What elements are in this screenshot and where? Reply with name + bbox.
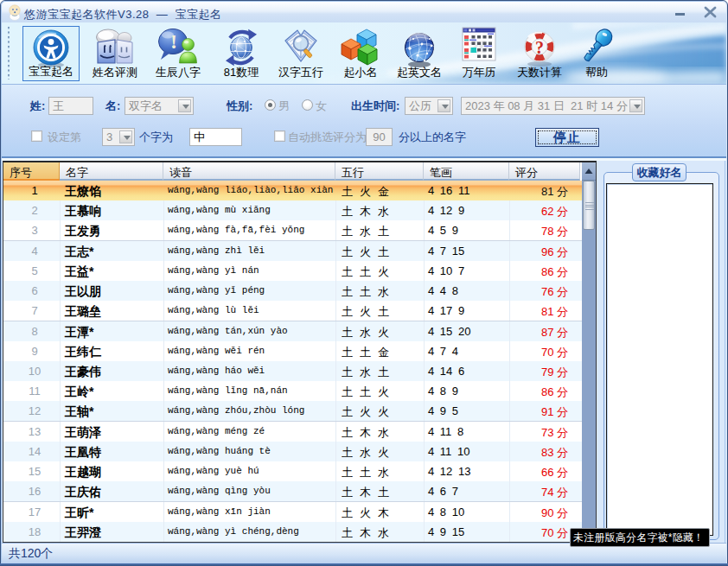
svg-text:?: ? (535, 38, 544, 57)
svg-text:!: ! (170, 30, 177, 53)
